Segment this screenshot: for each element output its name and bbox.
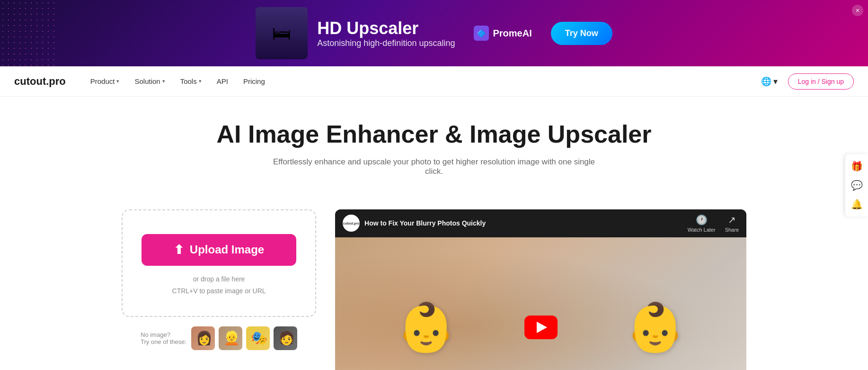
solution-chevron-icon: ▾ bbox=[162, 78, 165, 84]
sample-images-row: No image? Try one of these: bbox=[122, 317, 316, 360]
language-button[interactable]: 🌐 ▾ bbox=[756, 73, 782, 90]
video-title: How to Fix Your Blurry Photos Quickly bbox=[364, 219, 486, 227]
ad-close-button[interactable]: × bbox=[852, 5, 863, 16]
product-chevron-icon: ▾ bbox=[116, 78, 119, 84]
watch-later-label: Watch Later bbox=[688, 227, 716, 233]
sample-thumb-1[interactable] bbox=[191, 326, 215, 350]
nav-item-pricing[interactable]: Pricing bbox=[238, 73, 271, 89]
nav-api-label: API bbox=[217, 77, 228, 85]
nav-links: Product ▾ Solution ▾ Tools ▾ API Pricing bbox=[85, 73, 756, 89]
video-top-bar: cutout.pro How to Fix Your Blurry Photos… bbox=[335, 209, 746, 237]
sample-thumb-2[interactable] bbox=[219, 326, 242, 350]
nav-item-product[interactable]: Product ▾ bbox=[85, 73, 125, 89]
channel-name-small: cutout.pro bbox=[343, 222, 360, 225]
ad-brand-name: PromeAI bbox=[493, 28, 531, 39]
upload-panel: ⬆ Upload Image or drop a file here CTRL+… bbox=[122, 209, 316, 360]
nav-item-api[interactable]: API bbox=[211, 73, 234, 89]
hero-section: AI Image Enhancer & Image Upscaler Effor… bbox=[0, 97, 868, 209]
nav-solution-label: Solution bbox=[134, 77, 160, 85]
upload-hint: or drop a file here CTRL+V to paste imag… bbox=[172, 273, 266, 297]
play-triangle-icon bbox=[537, 322, 547, 333]
nav-right: 🌐 ▾ Log in / Sign up bbox=[756, 73, 854, 90]
promeai-icon: 🔷 bbox=[474, 26, 489, 41]
lang-chevron-icon: ▾ bbox=[773, 76, 778, 87]
video-panel: cutout.pro How to Fix Your Blurry Photos… bbox=[335, 209, 746, 370]
no-image-label: No image? bbox=[141, 331, 186, 338]
ad-text-block: HD Upscaler Astonishing high-definition … bbox=[317, 18, 455, 48]
ad-decorative-dots bbox=[0, 0, 57, 66]
ad-subtitle: Astonishing high-definition upscaling bbox=[317, 38, 455, 48]
navbar: cutout.pro Product ▾ Solution ▾ Tools ▾ … bbox=[0, 66, 868, 97]
video-channel: cutout.pro How to Fix Your Blurry Photos… bbox=[343, 215, 486, 232]
sample-label: No image? Try one of these: bbox=[141, 331, 186, 345]
sample-thumb-3[interactable] bbox=[246, 326, 270, 350]
nav-tools-label: Tools bbox=[180, 77, 197, 85]
watch-later-btn[interactable]: 🕐 Watch Later bbox=[688, 214, 716, 233]
nav-item-tools[interactable]: Tools ▾ bbox=[175, 73, 207, 89]
share-icon: ↗ bbox=[728, 214, 736, 226]
sidebar-gift-icon[interactable]: 🎁 bbox=[848, 158, 865, 175]
tools-chevron-icon: ▾ bbox=[199, 78, 202, 84]
right-sidebar: 🎁 💬 🔔 bbox=[845, 154, 868, 217]
nav-pricing-label: Pricing bbox=[243, 77, 265, 85]
share-btn[interactable]: ↗ Share bbox=[725, 214, 739, 233]
ad-brand: 🔷 PromeAI bbox=[474, 26, 531, 41]
nav-item-solution[interactable]: Solution ▾ bbox=[129, 73, 170, 89]
content-row: ⬆ Upload Image or drop a file here CTRL+… bbox=[103, 209, 765, 370]
channel-icon: cutout.pro bbox=[343, 215, 360, 232]
watch-later-icon: 🕐 bbox=[696, 214, 708, 226]
translate-icon: 🌐 bbox=[761, 76, 771, 87]
nav-product-label: Product bbox=[90, 77, 115, 85]
sidebar-chat-icon[interactable]: 💬 bbox=[848, 177, 865, 194]
upload-button[interactable]: ⬆ Upload Image bbox=[142, 234, 296, 266]
sample-thumb-4[interactable] bbox=[274, 326, 297, 350]
video-actions: 🕐 Watch Later ↗ Share bbox=[688, 214, 739, 233]
login-button[interactable]: Log in / Sign up bbox=[788, 73, 854, 90]
sidebar-notify-icon[interactable]: 🔔 bbox=[848, 196, 865, 213]
play-button[interactable] bbox=[524, 316, 558, 339]
ad-content: HD Upscaler Astonishing high-definition … bbox=[256, 7, 612, 59]
video-thumbnail[interactable]: 👶 👶 bbox=[335, 237, 746, 370]
baby-right-image: 👶 bbox=[626, 299, 685, 355]
hero-title: AI Image Enhancer & Image Upscaler bbox=[9, 120, 859, 149]
ad-try-button[interactable]: Try Now bbox=[551, 22, 612, 45]
upload-hint-line1: or drop a file here bbox=[172, 273, 266, 285]
sample-thumbnails bbox=[191, 326, 297, 350]
logo[interactable]: cutout.pro bbox=[14, 75, 66, 88]
baby-left-image: 👶 bbox=[397, 299, 456, 355]
ad-title: HD Upscaler bbox=[317, 18, 455, 38]
ad-room-image bbox=[256, 7, 308, 59]
ad-banner: HD Upscaler Astonishing high-definition … bbox=[0, 0, 868, 66]
try-these-label: Try one of these: bbox=[141, 338, 186, 345]
upload-icon: ⬆ bbox=[174, 243, 184, 257]
upload-dropzone: ⬆ Upload Image or drop a file here CTRL+… bbox=[122, 209, 316, 317]
upload-button-label: Upload Image bbox=[190, 243, 264, 256]
share-label: Share bbox=[725, 227, 739, 233]
hero-subtitle: Effortlessly enhance and upscale your ph… bbox=[268, 157, 600, 176]
upload-hint-line2: CTRL+V to paste image or URL bbox=[172, 285, 266, 297]
